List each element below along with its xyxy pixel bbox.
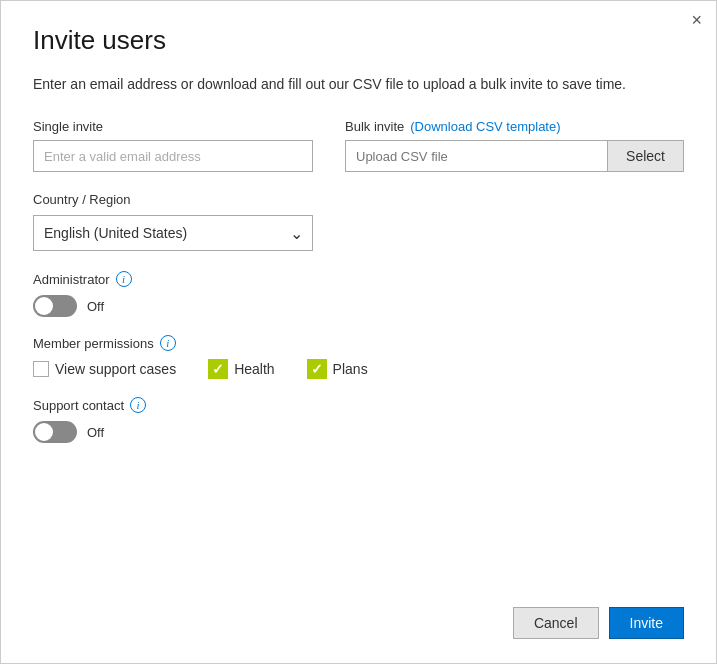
plans-checkbox[interactable] [307, 359, 327, 379]
dialog-description: Enter an email address or download and f… [33, 74, 673, 95]
support-contact-toggle-label: Off [87, 425, 104, 440]
health-checkbox-item: Health [208, 359, 274, 379]
permissions-header: Member permissions i [33, 335, 684, 351]
support-contact-info-icon[interactable]: i [130, 397, 146, 413]
member-permissions-section: Member permissions i View support cases … [33, 335, 684, 379]
health-label: Health [234, 361, 274, 377]
footer: Cancel Invite [513, 607, 684, 639]
single-invite-group: Single invite [33, 119, 313, 172]
administrator-label: Administrator [33, 272, 110, 287]
permissions-info-icon[interactable]: i [160, 335, 176, 351]
administrator-section: Administrator i Off [33, 271, 684, 317]
invite-fields-row: Single invite Bulk invite (Download CSV … [33, 119, 684, 172]
country-dropdown-wrapper: English (United States) ⌄ [33, 215, 313, 251]
single-invite-label: Single invite [33, 119, 313, 134]
download-csv-link[interactable]: (Download CSV template) [410, 119, 560, 134]
invite-users-dialog: × Invite users Enter an email address or… [0, 0, 717, 664]
health-checkbox[interactable] [208, 359, 228, 379]
csv-upload-field[interactable] [345, 140, 608, 172]
select-button[interactable]: Select [608, 140, 684, 172]
administrator-toggle-row: Off [33, 295, 684, 317]
administrator-toggle-label: Off [87, 299, 104, 314]
close-button[interactable]: × [691, 11, 702, 29]
support-contact-toggle[interactable] [33, 421, 77, 443]
bulk-invite-label-row: Bulk invite (Download CSV template) [345, 119, 684, 134]
permissions-checkboxes-row: View support cases Health Plans [33, 359, 684, 379]
view-support-checkbox-item: View support cases [33, 361, 176, 377]
country-region-dropdown[interactable]: English (United States) [33, 215, 313, 251]
administrator-header: Administrator i [33, 271, 684, 287]
administrator-toggle-knob [35, 297, 53, 315]
support-contact-section: Support contact i Off [33, 397, 684, 443]
email-field[interactable] [33, 140, 313, 172]
administrator-info-icon[interactable]: i [116, 271, 132, 287]
support-contact-toggle-row: Off [33, 421, 684, 443]
invite-button[interactable]: Invite [609, 607, 684, 639]
bulk-input-row: Select [345, 140, 684, 172]
dialog-title: Invite users [33, 25, 684, 56]
administrator-toggle[interactable] [33, 295, 77, 317]
view-support-checkbox[interactable] [33, 361, 49, 377]
bulk-invite-group: Bulk invite (Download CSV template) Sele… [345, 119, 684, 172]
support-contact-label: Support contact [33, 398, 124, 413]
country-region-group: Country / Region English (United States)… [33, 192, 684, 251]
plans-checkbox-item: Plans [307, 359, 368, 379]
country-region-label: Country / Region [33, 192, 684, 207]
support-contact-toggle-knob [35, 423, 53, 441]
bulk-invite-label: Bulk invite [345, 119, 404, 134]
plans-label: Plans [333, 361, 368, 377]
support-contact-header: Support contact i [33, 397, 684, 413]
view-support-label: View support cases [55, 361, 176, 377]
permissions-label: Member permissions [33, 336, 154, 351]
cancel-button[interactable]: Cancel [513, 607, 599, 639]
